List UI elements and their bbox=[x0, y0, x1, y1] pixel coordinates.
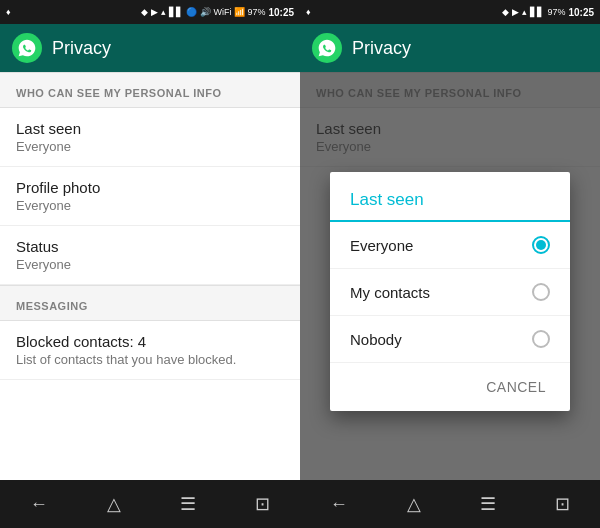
app-button-left[interactable]: ⊡ bbox=[255, 493, 270, 515]
last-seen-subtitle: Everyone bbox=[16, 139, 284, 154]
home-button-right[interactable]: △ bbox=[407, 493, 421, 515]
wifi-icon-right: ▴ bbox=[522, 7, 527, 17]
bluetooth-icon: ◆ bbox=[141, 7, 148, 17]
radio-everyone-inner bbox=[536, 240, 546, 250]
dialog-actions: Cancel bbox=[330, 363, 570, 411]
messaging-header: MESSAGING bbox=[0, 285, 300, 321]
blocked-contacts-item[interactable]: Blocked contacts: 4 List of contacts tha… bbox=[0, 321, 300, 380]
battery-right: 97% bbox=[547, 7, 565, 17]
status-subtitle: Everyone bbox=[16, 257, 284, 272]
option-my-contacts-label: My contacts bbox=[350, 284, 430, 301]
profile-photo-title: Profile photo bbox=[16, 179, 284, 196]
bottom-nav-left: ← △ ☰ ⊡ bbox=[0, 480, 300, 528]
personal-info-header: WHO CAN SEE MY PERSONAL INFO bbox=[0, 72, 300, 108]
whatsapp-logo-right bbox=[312, 33, 342, 63]
signal-icon: ▋▋ bbox=[169, 7, 183, 17]
whatsapp-logo bbox=[12, 33, 42, 63]
dialog-overlay: Last seen Everyone My contacts Nobody bbox=[300, 72, 600, 480]
status-bar-left: ♦ ◆ ▶ ▴ ▋▋ 🔵 🔊 WiFi 📶 97% 10:25 bbox=[0, 0, 300, 24]
last-seen-dialog: Last seen Everyone My contacts Nobody bbox=[330, 172, 570, 411]
signal-icon-right: ▋▋ bbox=[530, 7, 544, 17]
app-button-right[interactable]: ⊡ bbox=[555, 493, 570, 515]
option-my-contacts[interactable]: My contacts bbox=[330, 269, 570, 316]
last-seen-title: Last seen bbox=[16, 120, 284, 137]
right-panel: ♦ ◆ ▶ ▴ ▋▋ 97% 10:25 Privacy WHO CAN SEE… bbox=[300, 0, 600, 528]
status-bar-left-icons: ♦ bbox=[6, 7, 11, 17]
option-nobody[interactable]: Nobody bbox=[330, 316, 570, 363]
radio-everyone bbox=[532, 236, 550, 254]
back-button-right[interactable]: ← bbox=[330, 494, 348, 515]
status-item[interactable]: Status Everyone bbox=[0, 226, 300, 285]
left-panel: ♦ ◆ ▶ ▴ ▋▋ 🔵 🔊 WiFi 📶 97% 10:25 Privacy … bbox=[0, 0, 300, 528]
app-title-right: Privacy bbox=[352, 38, 411, 59]
option-everyone[interactable]: Everyone bbox=[330, 222, 570, 269]
status-title: Status bbox=[16, 238, 284, 255]
bluetooth-icon-right: ◆ bbox=[502, 7, 509, 17]
status-bar-right-left-icons: ♦ bbox=[306, 7, 311, 17]
battery-text: 🔵 🔊 WiFi 📶 97% bbox=[186, 7, 265, 17]
home-button-left[interactable]: △ bbox=[107, 493, 121, 515]
radio-my-contacts bbox=[532, 283, 550, 301]
last-seen-item[interactable]: Last seen Everyone bbox=[0, 108, 300, 167]
sim-icon-right: ♦ bbox=[306, 7, 311, 17]
app-title-left: Privacy bbox=[52, 38, 111, 59]
blocked-contacts-subtitle: List of contacts that you have blocked. bbox=[16, 352, 284, 367]
menu-button-left[interactable]: ☰ bbox=[180, 493, 196, 515]
status-bar-right: ♦ ◆ ▶ ▴ ▋▋ 97% 10:25 bbox=[300, 0, 600, 24]
app-bar-right: Privacy bbox=[300, 24, 600, 72]
status-time: 10:25 bbox=[268, 7, 294, 18]
blocked-contacts-title: Blocked contacts: 4 bbox=[16, 333, 284, 350]
app-bar-left: Privacy bbox=[0, 24, 300, 72]
dialog-title: Last seen bbox=[330, 172, 570, 222]
profile-photo-subtitle: Everyone bbox=[16, 198, 284, 213]
option-nobody-label: Nobody bbox=[350, 331, 402, 348]
status-bar-right-right-icons: ◆ ▶ ▴ ▋▋ 97% 10:25 bbox=[502, 7, 594, 18]
personal-info-header-text: WHO CAN SEE MY PERSONAL INFO bbox=[16, 87, 222, 99]
option-everyone-label: Everyone bbox=[350, 237, 413, 254]
volume-icon-right: ▶ bbox=[512, 7, 519, 17]
wifi-icon: ▴ bbox=[161, 7, 166, 17]
menu-button-right[interactable]: ☰ bbox=[480, 493, 496, 515]
messaging-header-text: MESSAGING bbox=[16, 300, 88, 312]
back-button-left[interactable]: ← bbox=[30, 494, 48, 515]
status-time-right: 10:25 bbox=[568, 7, 594, 18]
radio-nobody bbox=[532, 330, 550, 348]
volume-icon: ▶ bbox=[151, 7, 158, 17]
cancel-button[interactable]: Cancel bbox=[474, 371, 558, 403]
content-right-wrapper: WHO CAN SEE MY PERSONAL INFO Last seen E… bbox=[300, 72, 600, 480]
profile-photo-item[interactable]: Profile photo Everyone bbox=[0, 167, 300, 226]
content-left: WHO CAN SEE MY PERSONAL INFO Last seen E… bbox=[0, 72, 300, 480]
status-bar-right-icons: ◆ ▶ ▴ ▋▋ 🔵 🔊 WiFi 📶 97% 10:25 bbox=[141, 7, 294, 18]
sim-icon: ♦ bbox=[6, 7, 11, 17]
bottom-nav-right: ← △ ☰ ⊡ bbox=[300, 480, 600, 528]
